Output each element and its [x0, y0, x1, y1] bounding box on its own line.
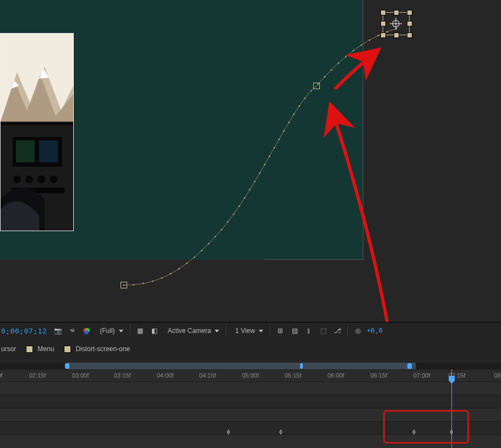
ruler-tick: 06:15f [371, 372, 388, 379]
svg-point-11 [25, 176, 33, 183]
resolution-dropdown[interactable]: (Full) [95, 325, 125, 336]
ruler-tick: 06:00f [328, 372, 345, 379]
transparency-grid-button[interactable]: ▦ [135, 325, 146, 336]
ruler-tick: 0f [0, 372, 3, 379]
svg-rect-9 [39, 140, 58, 162]
navigator-indicator[interactable] [300, 363, 303, 369]
svg-point-22 [186, 263, 188, 264]
work-area-end-handle[interactable] [407, 363, 412, 369]
switch-item-cursor[interactable]: ursor [1, 345, 16, 353]
safe-zones-button[interactable]: ⊞ [275, 325, 286, 336]
ruler-tick: 03:15f [114, 372, 131, 379]
chevron-down-icon [259, 330, 263, 332]
mask-toggle-button[interactable]: ◧ [149, 325, 160, 336]
ruler-tick: 02:15f [29, 372, 46, 379]
exposure-value[interactable]: +0,0 [367, 327, 383, 335]
keyframe-marker[interactable] [226, 429, 231, 435]
svg-point-21 [178, 268, 180, 270]
svg-point-61 [84, 330, 89, 335]
svg-point-18 [152, 281, 154, 282]
pixel-aspect-button[interactable]: ⬚ [318, 325, 329, 336]
view-count-dropdown[interactable]: 1 View [231, 325, 265, 336]
layer-color-swatch [26, 346, 33, 353]
svg-point-17 [143, 283, 144, 285]
layer-thumbnail[interactable] [0, 33, 74, 231]
switch-item-menu[interactable]: Menu [26, 345, 54, 353]
svg-point-52 [369, 39, 371, 41]
color-management-button[interactable] [81, 325, 92, 336]
grid-icon: ▤ [292, 327, 298, 335]
path-keyframe-start[interactable] [121, 282, 127, 288]
svg-point-10 [13, 176, 21, 183]
camera-dropdown[interactable]: Active Camera [164, 325, 222, 336]
rgb-icon [83, 327, 90, 335]
svg-point-13 [50, 176, 57, 183]
svg-point-19 [161, 277, 163, 279]
grid-button[interactable]: ▤ [289, 325, 300, 336]
svg-point-12 [37, 176, 45, 183]
svg-rect-8 [16, 140, 35, 162]
time-ruler[interactable]: 0f02:15f03:00f03:15f04:00f04:15f05:00f05… [0, 370, 501, 382]
guides-icon: ⫿ [307, 327, 311, 335]
timeline-panel[interactable]: 0f02:15f03:00f03:15f04:00f04:15f05:00f05… [0, 359, 501, 448]
svg-point-20 [170, 273, 172, 275]
aperture-icon: ◎ [355, 327, 361, 335]
svg-rect-6 [1, 123, 73, 125]
ruler-tick: 07:00f [413, 372, 431, 379]
layer-selection-box[interactable] [380, 10, 411, 37]
ruler-tick: 03:00f [72, 372, 89, 379]
ruler-tick: 05:00f [242, 372, 259, 379]
layer-switches-row: ursor Menu Distort-screen-one [0, 338, 501, 360]
exposure-reset-button[interactable]: ◎ [352, 325, 363, 336]
work-area-bar[interactable] [67, 363, 416, 369]
svg-point-16 [133, 284, 134, 286]
transparency-grid-icon: ▦ [137, 327, 143, 335]
flowchart-icon: ⎇ [334, 327, 341, 335]
ruler-tick: 04:15f [199, 372, 216, 379]
flowchart-button[interactable]: ⎇ [332, 325, 343, 336]
composition-viewport[interactable] [0, 0, 501, 322]
guides-button[interactable]: ⫿ [303, 325, 314, 336]
work-area-start-handle[interactable] [65, 363, 69, 369]
view-count-label: 1 View [235, 327, 255, 335]
pixel-aspect-icon: ⬚ [320, 327, 326, 335]
channel-button[interactable]: ༄ [67, 325, 78, 336]
camera-icon: 📷 [54, 327, 62, 335]
cockpit-mountain-image [1, 34, 73, 231]
resolution-label: (Full) [100, 327, 115, 335]
safe-zones-icon: ⊞ [277, 327, 283, 335]
timeline-lane[interactable] [0, 381, 501, 395]
anchor-point-icon [380, 10, 411, 37]
chevron-down-icon [215, 330, 219, 332]
timeline-navigator[interactable] [0, 363, 501, 369]
camera-label: Active Camera [168, 327, 211, 335]
keyframe-marker[interactable] [278, 429, 284, 435]
ruler-tick: 05:15f [285, 372, 302, 379]
swirl-icon: ༄ [70, 326, 74, 336]
switch-item-distort[interactable]: Distort-screen-one [64, 345, 130, 353]
mask-icon: ◧ [151, 327, 157, 335]
snapshot-button[interactable]: 📷 [52, 325, 63, 336]
preview-controls-bar: 0;00;07;12 📷 ༄ (Full) ▦ ◧ Active Camera … [0, 322, 501, 340]
path-keyframe-mid[interactable] [313, 83, 320, 89]
layer-color-swatch [64, 346, 71, 353]
chevron-down-icon [119, 330, 123, 332]
timeline-lane[interactable] [0, 395, 501, 408]
svg-point-53 [378, 35, 379, 36]
current-timecode[interactable]: 0;00;07;12 [1, 327, 47, 335]
ruler-tick: 08:0 [494, 372, 501, 379]
ruler-tick: 04:00f [157, 372, 174, 379]
annotation-highlight-box [383, 410, 469, 444]
